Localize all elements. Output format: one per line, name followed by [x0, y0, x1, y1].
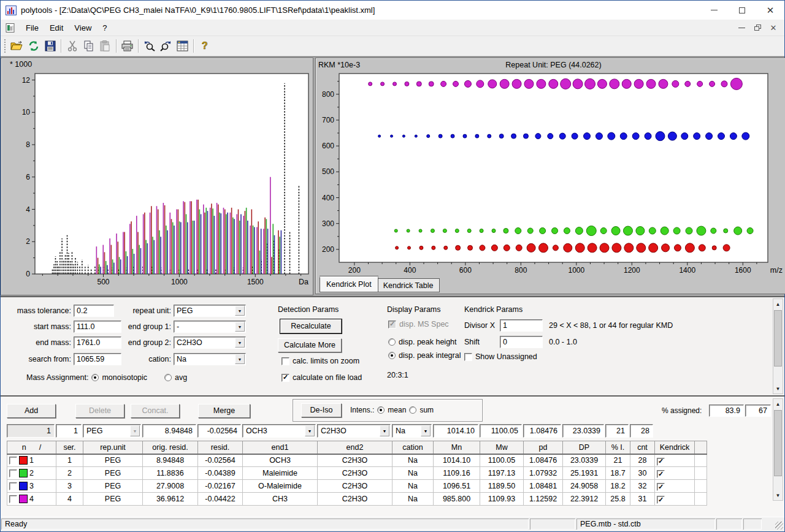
edit-n[interactable]: 1 [56, 424, 82, 438]
edit-resid[interactable]: -0.02564 [197, 424, 241, 438]
column-header[interactable] [695, 441, 707, 454]
zoom-previous-button[interactable] [141, 38, 158, 54]
row-select-checkbox[interactable] [9, 482, 17, 490]
cation-select[interactable]: Na▼ [174, 353, 246, 365]
edit-mw[interactable]: 1100.05 [480, 424, 522, 438]
edit-index[interactable]: 1 [7, 424, 55, 438]
toolbar-grip[interactable] [4, 39, 7, 53]
show-unassigned-checkbox[interactable] [464, 353, 472, 361]
column-header[interactable]: orig. resid. [143, 441, 198, 454]
menu-view[interactable]: View [69, 21, 97, 35]
column-header[interactable]: cation [392, 441, 434, 454]
table-row[interactable]: 44PEG36.9612-0.04422CH3C2H3ONa985.800110… [7, 493, 707, 506]
print-button[interactable] [119, 38, 136, 54]
monoisotopic-radio[interactable] [91, 374, 99, 381]
row-select-checkbox[interactable] [9, 457, 17, 465]
mdi-close-button[interactable]: ✕ [766, 21, 781, 34]
calculate-more-button[interactable]: Calculate More [278, 338, 342, 352]
merge-button[interactable]: Merge [198, 404, 250, 418]
peak-table-button[interactable] [174, 38, 191, 54]
repeat-unit-select[interactable]: PEG▼ [174, 305, 246, 317]
chevron-down-icon[interactable]: ▼ [235, 354, 245, 364]
calc-on-load-checkbox[interactable] [281, 374, 289, 382]
edit-cnt[interactable]: 28 [630, 424, 653, 438]
scroll-down-icon[interactable]: ▼ [773, 490, 783, 500]
chevron-down-icon[interactable]: ▼ [421, 425, 431, 436]
help-button[interactable]: ? [196, 38, 213, 54]
edit-dp[interactable]: 23.0339 [562, 424, 604, 438]
copy-button[interactable] [80, 38, 97, 54]
column-header[interactable]: cnt [630, 441, 655, 454]
column-header[interactable]: resid. [198, 441, 243, 454]
start-mass-input[interactable]: 111.0 [74, 321, 121, 333]
table-row[interactable]: 22PEG11.8836-0.04389MaleimideC2H3ONa1109… [7, 467, 707, 480]
edit-cation-select[interactable]: Na▼ [392, 424, 432, 438]
menu-help[interactable]: ? [97, 21, 112, 35]
scroll-down-icon[interactable]: ▼ [773, 384, 783, 393]
column-header[interactable]: Mn [434, 441, 480, 454]
menu-edit[interactable]: Edit [44, 21, 69, 35]
menu-file[interactable]: File [20, 21, 44, 35]
divisor-input[interactable]: 1 [500, 319, 543, 332]
edit-mn[interactable]: 1014.10 [433, 424, 478, 438]
recalculate-button[interactable]: Recalculate [280, 319, 342, 333]
edit-orig-resid[interactable]: 8.94848 [142, 424, 196, 438]
column-header[interactable]: pd [524, 441, 563, 454]
delete-button[interactable]: Delete [75, 404, 124, 418]
end-group1-select[interactable]: -▼ [174, 321, 246, 333]
kendrick-checkbox[interactable] [657, 470, 665, 478]
chevron-down-icon[interactable]: ▼ [235, 322, 245, 332]
avg-radio[interactable] [164, 374, 172, 381]
calc-limits-checkbox[interactable] [281, 357, 289, 365]
edit-pct-i[interactable]: 21 [605, 424, 629, 438]
table-scrollbar[interactable]: ▲ ▼ [773, 398, 783, 501]
table-row[interactable]: 11PEG8.94848-0.02564OCH3C2H3ONa1014.1011… [7, 454, 707, 467]
minimize-button[interactable] [700, 1, 728, 20]
table-row[interactable]: 33PEG27.9008-0.02167O-MaleimideC2H3ONa10… [7, 480, 707, 493]
intens-mean-radio[interactable] [377, 406, 385, 414]
column-header[interactable]: end2 [318, 441, 392, 454]
search-from-input[interactable]: 1065.59 [74, 353, 121, 365]
params-scrollbar[interactable]: ▲ ▼ [773, 298, 783, 394]
deiso-button[interactable]: De-Iso [301, 403, 342, 417]
column-header[interactable]: DP [563, 441, 606, 454]
edit-pd[interactable]: 1.08476 [523, 424, 561, 438]
shift-input[interactable]: 0 [500, 336, 543, 348]
cut-button[interactable] [64, 38, 80, 54]
end-mass-input[interactable]: 1761.0 [74, 336, 121, 349]
edit-rep-unit-select[interactable]: PEG▼ [83, 424, 141, 438]
reload-button[interactable] [25, 38, 42, 54]
maximize-button[interactable] [728, 1, 756, 20]
resize-grip[interactable] [762, 517, 784, 531]
column-header[interactable]: % I. [606, 441, 630, 454]
scroll-thumb[interactable] [774, 310, 782, 367]
edit-end2-select[interactable]: C2H3O▼ [317, 424, 391, 438]
column-header[interactable]: end1 [243, 441, 318, 454]
row-select-checkbox[interactable] [9, 469, 17, 477]
kendrick-plot-svg[interactable]: RKM *10e-3Repeat Unit: PEG (44.0262)2003… [316, 58, 785, 276]
mass-tolerance-input[interactable]: 0.2 [74, 305, 114, 317]
ms-spectrum-svg[interactable]: * 100002468101250010001500Da [1, 58, 313, 295]
chevron-down-icon[interactable]: ▼ [235, 338, 245, 348]
kendrick-checkbox[interactable] [657, 483, 665, 491]
close-button[interactable]: ✕ [756, 1, 784, 20]
chevron-down-icon[interactable]: ▼ [130, 425, 140, 436]
column-header[interactable]: Mw [480, 441, 524, 454]
zoom-next-button[interactable] [158, 38, 174, 54]
chevron-down-icon[interactable]: ▼ [380, 425, 389, 436]
intens-sum-radio[interactable] [409, 406, 416, 414]
tab-kendrick-table[interactable]: Kendrick Table [377, 278, 440, 292]
chevron-down-icon[interactable]: ▼ [305, 425, 315, 436]
add-button[interactable]: Add [7, 404, 56, 418]
paste-button[interactable] [97, 38, 113, 54]
scroll-up-icon[interactable]: ▲ [773, 299, 783, 309]
column-header[interactable]: rep.unit [83, 441, 143, 454]
kendrick-checkbox[interactable] [657, 458, 665, 466]
scroll-thumb[interactable] [774, 410, 782, 476]
end-group2-select[interactable]: C2H3O▼ [174, 336, 246, 349]
column-header[interactable]: Kendrick [655, 441, 695, 454]
column-header[interactable]: ser. [56, 441, 83, 454]
chevron-down-icon[interactable]: ▼ [235, 306, 245, 316]
mdi-minimize-button[interactable] [734, 21, 749, 34]
row-select-checkbox[interactable] [9, 495, 17, 503]
